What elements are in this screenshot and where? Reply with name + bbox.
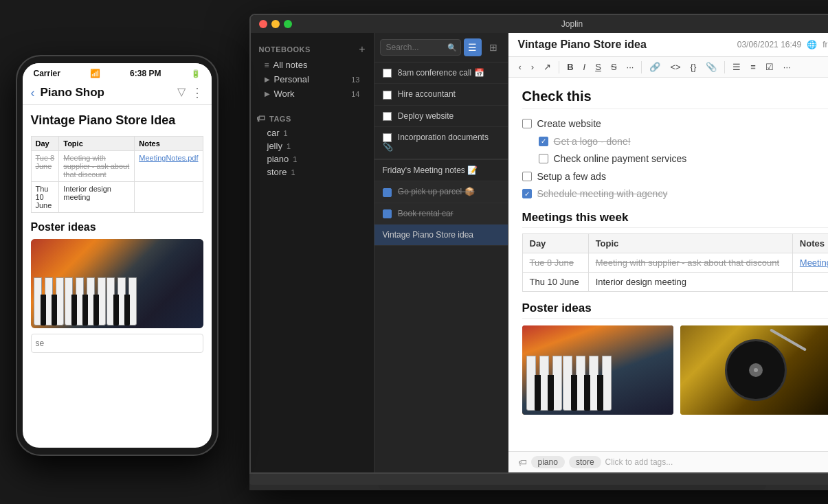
note-item-rental[interactable]: Book rental car [374, 203, 508, 225]
note-checkbox-incorporation[interactable] [383, 133, 392, 142]
tag-store-count: 1 [291, 168, 295, 176]
mobile-row1-notes[interactable]: MeetingNotes.pdf [135, 151, 203, 182]
tag-piano-count: 1 [293, 155, 297, 163]
note-item-deploy[interactable]: Deploy website [374, 106, 508, 127]
editor-date: 03/06/2021 16:49 [737, 40, 801, 49]
mobile-note-title: Vintage Piano Store Idea [31, 113, 203, 128]
strikethrough-button[interactable]: S [607, 60, 620, 74]
work-label: Work [274, 89, 295, 99]
note-item-piano-store[interactable]: Vintage Piano Store idea [374, 225, 508, 246]
sidebar-item-personal[interactable]: ▶ Personal 13 [259, 72, 366, 87]
checkbox-list-button[interactable]: ☑ [762, 60, 777, 74]
app-container: NOTEBOOKS + ≡ All notes ▶ Personal 13 [251, 33, 829, 472]
notebooks-label: NOTEBOOKS [259, 45, 311, 54]
view-toggle-grid-button[interactable]: ⊞ [484, 38, 502, 56]
nav-back-button[interactable]: ‹ [515, 60, 525, 74]
mobile-sort-icon[interactable]: ▽ [177, 85, 186, 100]
ordered-list-button[interactable]: ≡ [747, 60, 759, 74]
mobile-row2-day: Thu10June [31, 182, 59, 213]
table-row-2: Thu 10 June Interior design meeting [522, 272, 828, 291]
editor-content: Check this Create website ✓ Get a logo -… [508, 78, 829, 451]
mobile-header: ‹ Piano Shop ▽ ⋮ [23, 81, 212, 105]
all-notes-label: All notes [273, 60, 308, 70]
tag-chip-piano[interactable]: piano [531, 456, 565, 468]
checkbox-ads[interactable] [522, 172, 532, 181]
note-item-friday[interactable]: Friday's Meeting notes 📝 [374, 160, 508, 181]
sidebar-item-work[interactable]: ▶ Work 14 [259, 87, 366, 101]
underline-button[interactable]: S [592, 60, 605, 74]
more-options-button[interactable]: ··· [780, 60, 794, 74]
attachment-button[interactable]: 📎 [702, 60, 720, 74]
bold-button[interactable]: B [563, 60, 577, 74]
note-title-deploy: Deploy website [398, 111, 454, 121]
note-title-incorporation: Incorporation documents 📎 [383, 133, 489, 152]
checkbox-meeting[interactable]: ✓ [522, 189, 532, 198]
bullet-list-button[interactable]: ☰ [729, 60, 744, 74]
sidebar-tag-car[interactable]: car 1 [251, 126, 374, 139]
note-checkbox-accountant[interactable] [383, 91, 392, 100]
tag-car-label: car [267, 128, 280, 138]
table-row2-notes [792, 272, 828, 291]
checkbox-website[interactable] [522, 119, 532, 128]
note-item-incorporation[interactable]: Incorporation documents 📎 [374, 127, 508, 160]
note-list-toolbar: 🔍 ☰ ⊞ [374, 33, 508, 62]
add-notebook-button[interactable]: + [359, 44, 365, 55]
note-title-friday: Friday's Meeting notes 📝 [383, 165, 478, 175]
table-header-day: Day [522, 233, 588, 253]
checkbox-payment[interactable] [539, 154, 548, 163]
note-checkbox-parcel[interactable] [383, 188, 392, 197]
table-header-topic: Topic [588, 233, 792, 253]
editor-footer: 🏷 piano store Click to add tags... [508, 451, 829, 472]
mobile-table-header-notes: Notes [135, 137, 203, 151]
sidebar-tag-store[interactable]: store 1 [251, 165, 374, 179]
close-button[interactable] [259, 20, 267, 28]
mobile-row2-topic: Interior design meeting [59, 182, 135, 213]
checklist-item-ads: Setup a few ads [522, 170, 829, 184]
poster-images [522, 325, 829, 415]
sidebar-item-all-notes[interactable]: ≡ All notes [259, 58, 366, 72]
mobile-poster-image [31, 239, 203, 328]
note-item-conference[interactable]: 8am conference call 📅 [374, 62, 508, 84]
note-checkbox-rental[interactable] [383, 209, 392, 218]
link-button[interactable]: 🔗 [646, 60, 664, 74]
note-checkbox-deploy[interactable] [383, 112, 392, 121]
mobile-row2-notes [135, 182, 203, 213]
editor-lang: fr [823, 40, 827, 49]
tag-chip-store[interactable]: store [569, 456, 601, 468]
italic-button[interactable]: I [580, 60, 590, 74]
mobile-search-input[interactable] [31, 334, 203, 353]
search-icon: 🔍 [447, 43, 457, 52]
checklist-text-website: Create website [537, 117, 601, 131]
add-tag-button[interactable]: Click to add tags... [605, 457, 673, 467]
maximize-button[interactable] [284, 20, 292, 28]
sidebar-tag-piano[interactable]: piano 1 [251, 152, 374, 165]
mobile-table-header-topic: Topic [59, 137, 135, 151]
poster-image-piano [522, 325, 673, 415]
tag-car-count: 1 [284, 129, 288, 137]
mobile-back-button[interactable]: ‹ [31, 86, 35, 100]
note-title-parcel: Go pick up parcel 📦 [398, 187, 475, 196]
note-item-accountant[interactable]: Hire accountant [374, 84, 508, 105]
nav-forward-button[interactable]: › [528, 60, 537, 74]
minimize-button[interactable] [271, 20, 280, 28]
mobile-content: Vintage Piano Store Idea Day Topic Notes… [23, 105, 212, 428]
mobile-menu-icon[interactable]: ⋮ [191, 85, 203, 100]
poster-image-turntable [680, 325, 829, 415]
note-checkbox-conference[interactable] [383, 69, 392, 78]
globe-icon: 🌐 [807, 40, 817, 49]
view-toggle-list-button[interactable]: ☰ [464, 38, 482, 56]
laptop-base [249, 474, 829, 485]
meetings-table: Day Topic Notes Tue 8 June Meeting with … [522, 233, 829, 292]
code-button[interactable]: <> [667, 60, 684, 74]
toolbar-separator-3 [724, 61, 725, 73]
table-row1-notes[interactable]: MeetingNotes.pdf [792, 253, 828, 272]
code-block-button[interactable]: {} [687, 60, 700, 74]
more-format-button[interactable]: ··· [623, 60, 638, 74]
mobile-meetings-table: Day Topic Notes Tue 8June Meeting with s… [31, 136, 203, 213]
external-link-button[interactable]: ↗ [540, 60, 555, 74]
sidebar-tag-jelly[interactable]: jelly 1 [251, 139, 374, 152]
sidebar: NOTEBOOKS + ≡ All notes ▶ Personal 13 [251, 33, 374, 472]
checkbox-logo[interactable]: ✓ [539, 137, 548, 146]
note-title-piano-store: Vintage Piano Store idea [383, 230, 474, 240]
note-item-parcel[interactable]: Go pick up parcel 📦 [374, 181, 508, 203]
